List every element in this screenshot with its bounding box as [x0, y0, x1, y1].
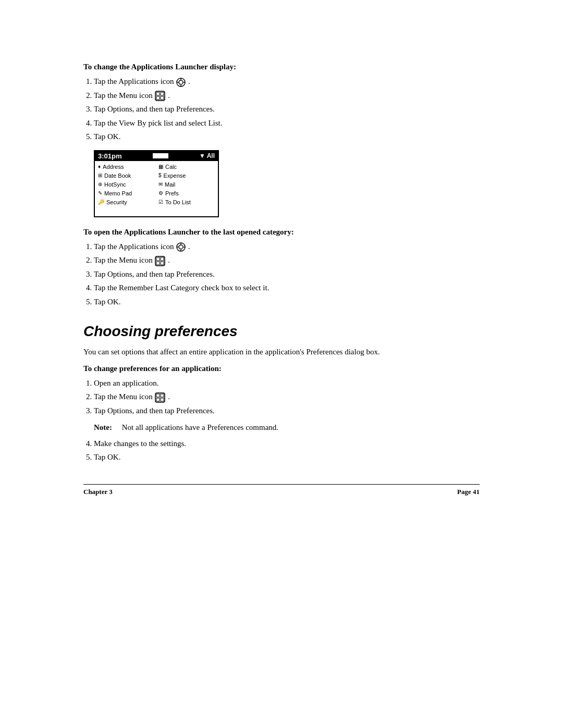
app-prefs-label: Prefs: [165, 190, 179, 196]
app-hotsync: ⊛ HotSync: [98, 181, 154, 188]
todolist-icon: ☑: [158, 199, 163, 205]
expense-icon: $: [158, 172, 162, 178]
device-time: 3:01pm: [98, 152, 122, 160]
address-icon: ♦: [98, 164, 101, 169]
svg-rect-24: [161, 394, 164, 397]
section-change-launcher-display: To change the Applications Launcher disp…: [83, 63, 480, 217]
svg-rect-22: [155, 393, 165, 402]
applications-icon-1: [176, 78, 186, 87]
svg-rect-9: [156, 96, 160, 100]
section1-step4: Tap the View By pick list and select Lis…: [94, 117, 480, 129]
calc-icon: ▦: [158, 164, 163, 169]
section2-step2: Tap the Menu icon .: [94, 254, 480, 266]
change-preferences-heading: To change preferences for an application…: [83, 364, 480, 373]
app-todolist: ☑ To Do List: [158, 199, 215, 206]
app-mail-label: Mail: [165, 181, 175, 188]
section1-step2: Tap the Menu icon .: [94, 90, 480, 102]
note-text: Not all applications have a Preferences …: [122, 423, 278, 431]
svg-rect-6: [155, 91, 165, 101]
note-label: Note:: [94, 423, 112, 431]
footer-chapter: Chapter 3: [83, 488, 113, 496]
palm-device-screenshot: 3:01pm ▼ All ♦ Address ▦ Calc ⊞ Date Boo…: [94, 150, 219, 217]
app-datebook: ⊞ Date Book: [98, 172, 154, 179]
app-hotsync-label: HotSync: [104, 181, 126, 188]
app-datebook-label: Date Book: [104, 172, 131, 179]
prefs-icon: ⚙: [158, 190, 163, 196]
pref-steps-after-note: Make changes to the settings. Tap OK.: [94, 438, 480, 463]
section1-heading: To change the Applications Launcher disp…: [83, 63, 480, 71]
app-prefs: ⚙ Prefs: [158, 190, 215, 197]
svg-rect-10: [161, 96, 164, 100]
app-expense-label: Expense: [164, 172, 186, 179]
svg-rect-26: [161, 398, 164, 401]
device-header: 3:01pm ▼ All: [95, 151, 218, 161]
app-calc: ▦ Calc: [158, 163, 215, 170]
app-expense: $ Expense: [158, 172, 215, 179]
menu-icon-2: [155, 256, 165, 266]
note-block: Note: Not all applications have a Prefer…: [94, 422, 480, 434]
app-address-label: Address: [103, 164, 124, 170]
app-security: 🔑 Security: [98, 199, 154, 206]
choosing-preferences-section: Choosing preferences You can set options…: [83, 323, 480, 463]
device-battery: [153, 153, 168, 158]
section2-step1: Tap the Applications icon .: [94, 241, 480, 253]
section2-step4: Tap the Remember Last Category check box…: [94, 282, 480, 294]
memopad-icon: ✎: [98, 190, 102, 196]
app-security-label: Security: [106, 199, 127, 205]
section2-heading: To open the Applications Launcher to the…: [83, 228, 480, 237]
svg-rect-7: [156, 92, 160, 95]
app-todolist-label: To Do List: [165, 199, 191, 205]
app-memopad-label: Memo Pad: [104, 190, 132, 196]
device-dropdown: ▼ All: [199, 152, 215, 159]
svg-rect-23: [156, 394, 160, 397]
applications-icon-2: [176, 242, 186, 252]
datebook-icon: ⊞: [98, 172, 102, 178]
page-footer: Chapter 3 Page 41: [83, 484, 480, 496]
menu-icon-3: [155, 392, 165, 403]
pref-step3: Tap Options, and then tap Preferences.: [94, 405, 480, 417]
choosing-preferences-body: You can set options that affect an entir…: [83, 346, 480, 358]
app-address: ♦ Address: [98, 163, 154, 170]
menu-icon-1: [155, 91, 165, 101]
svg-rect-20: [156, 262, 160, 265]
section-open-last-category: To open the Applications Launcher to the…: [83, 228, 480, 308]
svg-rect-21: [161, 262, 164, 265]
section2-steps-list: Tap the Applications icon . Tap the Menu…: [94, 241, 480, 308]
svg-rect-17: [155, 256, 165, 266]
svg-rect-18: [156, 257, 160, 261]
footer-page: Page 41: [457, 488, 480, 496]
svg-rect-19: [161, 257, 164, 261]
change-preferences-steps: Open an application. Tap the Menu icon .…: [94, 377, 480, 417]
section1-step3: Tap Options, and then tap Preferences.: [94, 103, 480, 115]
app-calc-label: Calc: [165, 164, 177, 170]
pref-step4: Make changes to the settings.: [94, 438, 480, 450]
pref-step2: Tap the Menu icon .: [94, 391, 480, 403]
section1-steps-list: Tap the Applications icon . Tap the Menu…: [94, 76, 480, 143]
mail-icon: ✉: [158, 181, 163, 187]
device-app-grid: ♦ Address ▦ Calc ⊞ Date Book $ Expense ⊛…: [95, 161, 218, 216]
app-memopad: ✎ Memo Pad: [98, 190, 154, 197]
svg-point-1: [179, 80, 183, 84]
hotsync-icon: ⊛: [98, 181, 102, 187]
section1-step1: Tap the Applications icon .: [94, 76, 480, 88]
section2-step3: Tap Options, and then tap Preferences.: [94, 268, 480, 280]
svg-rect-8: [161, 92, 164, 95]
app-mail: ✉ Mail: [158, 181, 215, 188]
section1-step5: Tap OK.: [94, 131, 480, 143]
pref-step1: Open an application.: [94, 377, 480, 389]
security-icon: 🔑: [98, 199, 104, 205]
pref-step5: Tap OK.: [94, 451, 480, 463]
svg-rect-25: [156, 398, 160, 401]
section2-step5: Tap OK.: [94, 296, 480, 308]
svg-point-12: [179, 245, 183, 249]
choosing-preferences-title: Choosing preferences: [83, 323, 480, 340]
